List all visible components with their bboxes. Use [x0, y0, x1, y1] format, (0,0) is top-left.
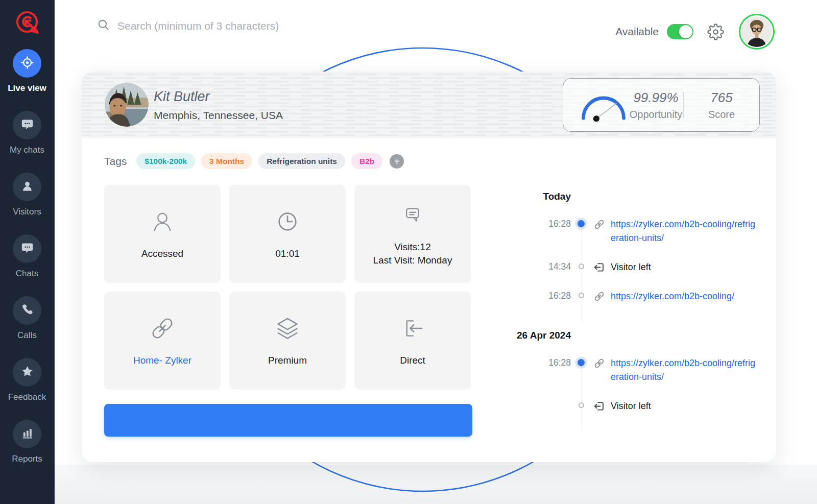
phone-icon	[20, 303, 34, 319]
timeline-event-text[interactable]: https://zylker.com/b2b-cooling/refrigera…	[611, 356, 759, 384]
tile-label: Home- Zylker	[133, 354, 191, 367]
timeline-group: Today 16:28 https://zylker.com/b2b-cooli…	[514, 191, 769, 303]
timeline-group-title: 26 Apr 2024	[514, 330, 571, 341]
timeline-event-time: 14:34	[514, 260, 571, 272]
tags-row: Tags $100k-200k3 MonthsRefrigeration uni…	[104, 153, 404, 169]
timeline-dot	[578, 220, 585, 227]
chat-lines-icon	[399, 201, 426, 229]
visitor-avatar	[105, 83, 149, 127]
visitor-location: Memphis, Tennessee, USA	[154, 109, 283, 122]
link-icon	[593, 357, 605, 369]
tile-label: Last Visit: Monday	[373, 254, 452, 267]
tag-pill[interactable]: Refrigeration units	[258, 153, 345, 169]
target-icon	[20, 56, 34, 71]
agent-avatar[interactable]	[739, 14, 775, 50]
visitor-timeline: Today 16:28 https://zylker.com/b2b-cooli…	[514, 191, 769, 440]
visitor-identity: Kit Butler Memphis, Tennessee, USA	[154, 89, 283, 122]
visitor-info-grid: Accessed 01:01 Visits:12Last Visit: Mond…	[104, 185, 471, 390]
topbar-right: Available	[615, 14, 775, 50]
link-icon	[593, 291, 605, 302]
timeline-event-time: 16:28	[514, 356, 571, 368]
timeline-event-time: 16:28	[514, 218, 571, 229]
opportunity-score-panel: 99.99% Opportunity 765 Score	[563, 78, 760, 132]
timeline-group-title: Today	[514, 191, 571, 202]
page-footer-band	[55, 465, 817, 504]
sidebar-item-live-view[interactable]: Live view	[0, 49, 54, 93]
chat-dots-icon	[20, 241, 34, 257]
opportunity-label: Opportunity	[630, 109, 682, 121]
availability-label: Available	[615, 26, 659, 38]
link-icon	[593, 219, 605, 230]
timeline-event-text[interactable]: https://zylker.com/b2b-cooling/	[611, 290, 734, 303]
tile-label: Direct	[400, 354, 425, 367]
tag-pill[interactable]: $100k-200k	[136, 153, 195, 169]
sidebar-item-chats[interactable]: Chats	[0, 234, 54, 279]
timeline-event-text: Visitor left	[611, 260, 651, 274]
search-input[interactable]	[117, 20, 337, 32]
opportunity-value: 99.99%	[633, 90, 678, 106]
tile-visits[interactable]: Visits:12Last Visit: Monday	[354, 185, 471, 283]
visitor-name: Kit Butler	[154, 89, 283, 105]
timeline-dot	[578, 359, 585, 366]
search-bar	[97, 18, 337, 33]
timeline-event: 14:34 Visitor left	[514, 260, 769, 274]
sidebar-item-reports[interactable]: Reports	[0, 420, 54, 464]
availability-toggle[interactable]	[667, 24, 693, 39]
tile-traffic-source[interactable]: Direct	[354, 292, 471, 390]
tag-pill[interactable]: 3 Months	[201, 153, 252, 169]
sidebar-item-calls[interactable]: Calls	[0, 296, 54, 341]
toggle-knob	[679, 25, 692, 38]
timeline-dot	[579, 402, 584, 408]
tile-label: Premium	[268, 354, 307, 367]
tile-plan[interactable]: Premium	[229, 292, 346, 390]
visitor-card: Kit Butler Memphis, Tennessee, USA 99.99…	[82, 71, 776, 462]
person-icon	[20, 179, 34, 195]
primary-action-button[interactable]	[104, 404, 472, 437]
score-value: 765	[710, 90, 732, 106]
salesiq-logo	[12, 8, 42, 38]
timeline-dot	[579, 293, 584, 298]
tile-landing-page[interactable]: Home- Zylker	[104, 292, 221, 390]
timeline-event: 16:28 https://zylker.com/b2b-cooling/ref…	[514, 218, 769, 245]
score-label: Score	[708, 109, 735, 121]
sidebar-item-my-chats[interactable]: My chats	[0, 111, 54, 155]
timeline-dot	[579, 263, 584, 269]
timeline-event: Visitor left	[514, 399, 769, 413]
tile-label: Visits:12	[373, 241, 452, 254]
settings-gear-icon[interactable]	[707, 23, 724, 40]
sidebar-nav: Live view My chats Visitors Chats Calls …	[0, 49, 54, 464]
chat-dots-icon	[20, 117, 34, 133]
timeline-event-text: Visitor left	[611, 399, 651, 413]
clock-icon	[274, 208, 301, 235]
timeline-event: 16:28 https://zylker.com/b2b-cooling/	[514, 290, 769, 303]
visitor-card-header: Kit Butler Memphis, Tennessee, USA 99.99…	[82, 71, 776, 138]
add-tag-button[interactable]: +	[390, 154, 404, 169]
layers-icon	[274, 315, 301, 342]
tile-time-on-site[interactable]: 01:01	[229, 185, 346, 283]
sidebar-item-feedback[interactable]: Feedback	[0, 358, 54, 402]
sidebar: Live view My chats Visitors Chats Calls …	[0, 0, 55, 504]
tile-label: Accessed	[141, 247, 183, 260]
person-icon	[149, 208, 176, 235]
tags-list: $100k-200k3 MonthsRefrigeration unitsB2b	[136, 153, 382, 169]
tile-accessed[interactable]: Accessed	[104, 185, 221, 283]
timeline-event-time	[514, 399, 571, 400]
logout-icon	[593, 261, 605, 273]
search-icon	[97, 18, 110, 33]
sidebar-item-visitors[interactable]: Visitors	[0, 173, 54, 217]
opportunity-metric: 99.99% Opportunity	[629, 90, 683, 121]
tags-label: Tags	[104, 155, 127, 167]
score-metric: 765 Score	[684, 90, 759, 121]
timeline-event-text[interactable]: https://zylker.com/b2b-cooling/refrigera…	[611, 218, 759, 245]
tile-label: 01:01	[275, 247, 300, 260]
link-icon	[149, 315, 176, 342]
timeline-event-time: 16:28	[514, 290, 571, 301]
tag-pill[interactable]: B2b	[351, 153, 382, 169]
login-icon	[399, 315, 426, 342]
timeline-event: 16:28 https://zylker.com/b2b-cooling/ref…	[514, 356, 769, 384]
bar-chart-icon	[20, 426, 34, 442]
star-icon	[20, 365, 34, 380]
logout-icon	[593, 400, 605, 412]
opportunity-gauge	[579, 87, 629, 124]
timeline-group: 26 Apr 2024 16:28 https://zylker.com/b2b…	[514, 330, 769, 413]
